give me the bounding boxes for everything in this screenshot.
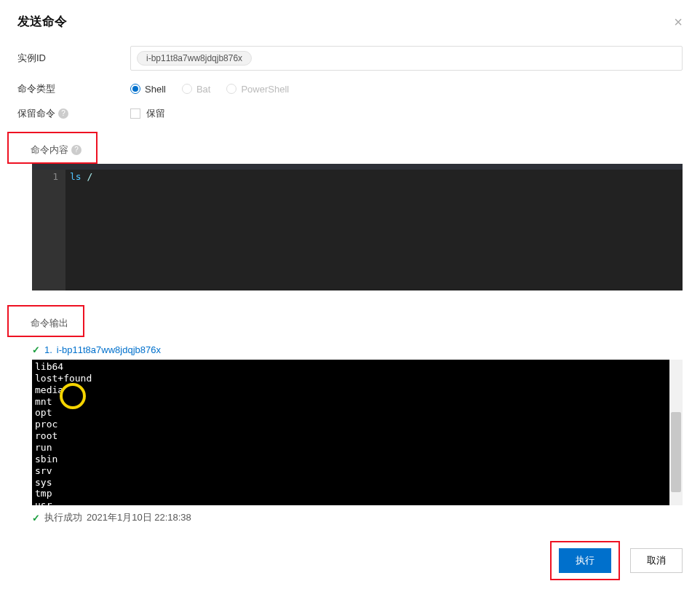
radio-bat: Bat (182, 84, 211, 95)
radio-label: PowerShell (241, 84, 289, 95)
output-container: lib64 lost+found media mnt opt proc root… (32, 360, 683, 505)
result-index: 1. (44, 344, 52, 355)
execution-status: ✓ 执行成功 2021年1月10日 22:18:38 (32, 511, 683, 524)
radio-shell[interactable]: Shell (130, 84, 166, 95)
dialog-header: 发送命令 × (17, 13, 683, 30)
radio-label: Bat (196, 84, 211, 95)
code-arg: / (87, 171, 92, 182)
command-type-radio-group: Shell Bat PowerShell (130, 84, 289, 95)
close-icon[interactable]: × (674, 15, 683, 29)
highlight-command-content: 命令内容 ? (7, 132, 98, 164)
annotation-circle-icon (60, 383, 86, 409)
radio-icon (130, 84, 140, 94)
status-label: 执行成功 (44, 511, 82, 524)
line-number: 1 (32, 171, 58, 182)
output-terminal[interactable]: lib64 lost+found media mnt opt proc root… (32, 360, 669, 505)
scrollbar-thumb[interactable] (671, 412, 681, 492)
radio-label: Shell (145, 84, 166, 95)
instance-id-input[interactable]: i-bp11t8a7ww8jdqjb876x (130, 46, 683, 71)
radio-icon (226, 84, 236, 94)
label-command-type: 命令类型 (17, 82, 130, 95)
cancel-button[interactable]: 取消 (630, 548, 683, 573)
help-icon[interactable]: ? (58, 108, 68, 119)
code-gutter: 1 (32, 170, 65, 290)
check-icon: ✓ (32, 344, 40, 355)
execute-button[interactable]: 执行 (559, 548, 611, 573)
label-save-command: 保留命令 ? (17, 107, 130, 120)
send-command-dialog: 发送命令 × 实例ID i-bp11t8a7ww8jdqjb876x 命令类型 … (0, 0, 700, 537)
code-editor[interactable]: 1 ls / (32, 164, 683, 290)
code-command: ls (70, 171, 81, 182)
code-content[interactable]: ls / (65, 170, 97, 290)
label-instance-id: 实例ID (17, 52, 130, 65)
row-command-type: 命令类型 Shell Bat PowerShell (17, 82, 683, 95)
row-save-command: 保留命令 ? 保留 (17, 107, 683, 120)
dialog-footer: 执行 取消 (550, 541, 683, 580)
check-icon: ✓ (32, 513, 40, 523)
radio-powershell: PowerShell (226, 84, 289, 95)
instance-id-tag[interactable]: i-bp11t8a7ww8jdqjb876x (137, 51, 252, 66)
section-command-content: 命令内容 ? (31, 143, 81, 157)
save-checkbox-wrap[interactable]: 保留 (130, 107, 165, 120)
checkbox-label: 保留 (146, 107, 165, 120)
highlight-execute: 执行 (550, 541, 620, 580)
highlight-command-output: 命令输出 (7, 305, 84, 337)
section-command-output: 命令输出 (31, 317, 68, 330)
status-time: 2021年1月10日 22:18:38 (87, 511, 191, 524)
radio-icon (182, 84, 192, 94)
output-text: lib64 lost+found media mnt opt proc root… (35, 361, 92, 505)
scrollbar[interactable] (669, 360, 683, 505)
checkbox-icon[interactable] (130, 108, 140, 119)
help-icon[interactable]: ? (71, 145, 81, 155)
result-instance-link[interactable]: i-bp11t8a7ww8jdqjb876x (57, 344, 161, 355)
dialog-title: 发送命令 (17, 13, 67, 30)
row-instance-id: 实例ID i-bp11t8a7ww8jdqjb876x (17, 46, 683, 71)
output-result-header: ✓ 1. i-bp11t8a7ww8jdqjb876x (32, 344, 683, 355)
